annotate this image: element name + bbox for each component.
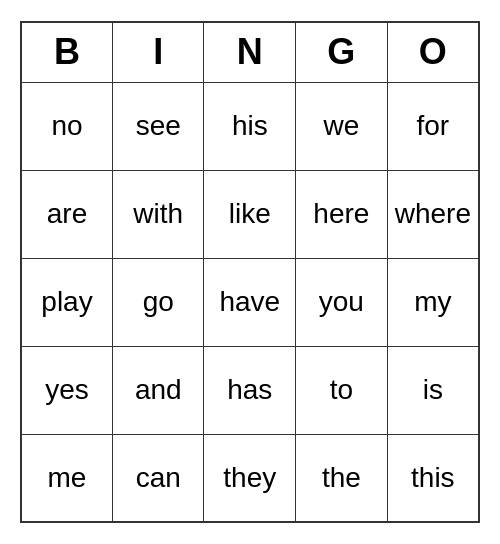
cell-r4-c3[interactable]: the <box>296 434 388 522</box>
cell-r1-c0[interactable]: are <box>21 170 113 258</box>
cell-r0-c4[interactable]: for <box>387 82 479 170</box>
header-g: G <box>296 22 388 82</box>
cell-r3-c2[interactable]: has <box>204 346 296 434</box>
cell-r3-c1[interactable]: and <box>113 346 204 434</box>
cell-r1-c4[interactable]: where <box>387 170 479 258</box>
cell-r2-c3[interactable]: you <box>296 258 388 346</box>
cell-r1-c3[interactable]: here <box>296 170 388 258</box>
cell-r3-c0[interactable]: yes <box>21 346 113 434</box>
cell-r1-c1[interactable]: with <box>113 170 204 258</box>
cell-r2-c0[interactable]: play <box>21 258 113 346</box>
cell-r0-c1[interactable]: see <box>113 82 204 170</box>
cell-r4-c4[interactable]: this <box>387 434 479 522</box>
cell-r0-c2[interactable]: his <box>204 82 296 170</box>
bingo-card: B I N G O noseehisweforarewithlikeherewh… <box>20 21 480 523</box>
cell-r0-c0[interactable]: no <box>21 82 113 170</box>
cell-r3-c3[interactable]: to <box>296 346 388 434</box>
cell-r4-c2[interactable]: they <box>204 434 296 522</box>
cell-r0-c3[interactable]: we <box>296 82 388 170</box>
header-n: N <box>204 22 296 82</box>
header-o: O <box>387 22 479 82</box>
cell-r4-c1[interactable]: can <box>113 434 204 522</box>
header-i: I <box>113 22 204 82</box>
cell-r1-c2[interactable]: like <box>204 170 296 258</box>
cell-r3-c4[interactable]: is <box>387 346 479 434</box>
cell-r2-c2[interactable]: have <box>204 258 296 346</box>
header-b: B <box>21 22 113 82</box>
cell-r2-c1[interactable]: go <box>113 258 204 346</box>
cell-r4-c0[interactable]: me <box>21 434 113 522</box>
cell-r2-c4[interactable]: my <box>387 258 479 346</box>
